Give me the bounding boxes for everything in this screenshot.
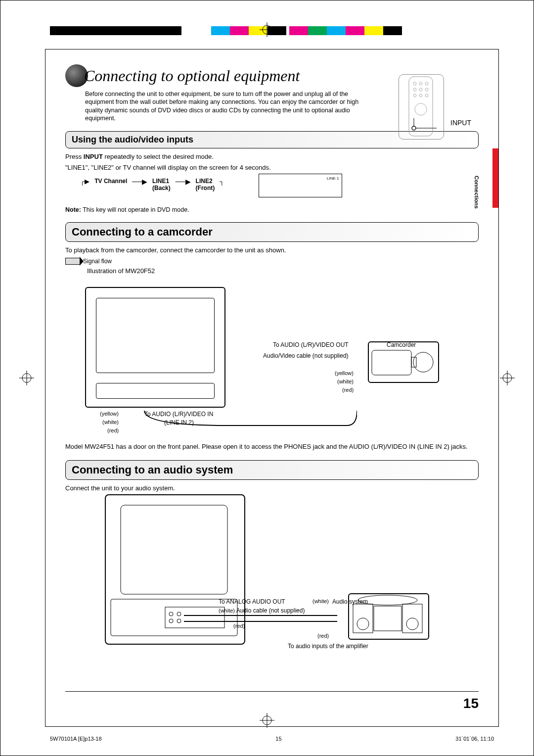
arrow-icon: ──▶ bbox=[132, 178, 147, 185]
section2-intro: To playback from the camcorder, connect … bbox=[65, 246, 479, 255]
osd-preview: LINE 1 bbox=[259, 174, 342, 197]
text: Press bbox=[65, 153, 84, 160]
remote-illustration bbox=[399, 74, 444, 140]
svg-point-14 bbox=[419, 82, 422, 85]
svg-point-19 bbox=[413, 94, 416, 97]
page-number: 15 bbox=[463, 696, 479, 711]
svg-point-21 bbox=[425, 94, 428, 97]
svg-point-32 bbox=[169, 612, 173, 616]
label-white-r: (white) bbox=[312, 598, 329, 604]
svg-rect-29 bbox=[121, 505, 227, 594]
cropmark-icon bbox=[19, 371, 34, 385]
section3-intro: Connect the unit to your audio system. bbox=[65, 484, 479, 493]
label-audio-out: To AUDIO (L/R)/VIDEO OUT bbox=[273, 341, 349, 348]
svg-rect-41 bbox=[374, 606, 401, 631]
footer-right: 31`01`06, 11:10 bbox=[455, 736, 494, 742]
svg-point-38 bbox=[357, 618, 369, 630]
mode-cycle: ┌▶ TV Channel ──▶ LINE1(Back) ──▶ LINE2(… bbox=[80, 178, 224, 191]
svg-rect-26 bbox=[372, 350, 411, 375]
signal-flow-label: Signal flow bbox=[83, 258, 112, 265]
intro-text: Before connecting the unit to other equi… bbox=[85, 90, 362, 122]
cropmark-icon bbox=[500, 371, 515, 385]
svg-point-20 bbox=[419, 94, 422, 97]
cable-line-audio bbox=[179, 611, 347, 640]
note-label: Note: bbox=[65, 206, 81, 213]
label-white: (white) bbox=[102, 419, 119, 425]
note-text: This key will not operate in DVD mode. bbox=[81, 206, 189, 213]
svg-point-17 bbox=[419, 88, 422, 91]
svg-rect-39 bbox=[402, 604, 422, 633]
svg-point-40 bbox=[406, 618, 418, 630]
section-heading-camcorder: Connecting to a camcorder bbox=[65, 222, 479, 242]
print-footer: 5W70101A [E]p13-18 15 31`01`06, 11:10 bbox=[45, 736, 499, 742]
svg-point-18 bbox=[425, 88, 428, 91]
cycle-diagram-row: ┌▶ TV Channel ──▶ LINE1(Back) ──▶ LINE2(… bbox=[65, 174, 479, 197]
label-av-cable: Audio/Video cable (not supplied) bbox=[263, 352, 349, 359]
camcorder-diagram: To AUDIO (L/R)/VIDEO OUT Camcorder Audio… bbox=[65, 277, 479, 440]
print-page: Connections INPUT Connecting to optional… bbox=[0, 0, 534, 756]
section1-line1: Press INPUT repeatedly to select the des… bbox=[65, 152, 479, 161]
svg-point-33 bbox=[169, 619, 173, 623]
cycle-line1: LINE1 bbox=[152, 178, 171, 185]
svg-point-22 bbox=[415, 103, 427, 115]
label-analog-out: To ANALOG AUDIO OUT bbox=[219, 598, 285, 605]
text: repeatedly to select the desired mode. bbox=[103, 153, 214, 160]
arrow-icon: ──▶ bbox=[176, 178, 191, 185]
red-tab-bar bbox=[492, 148, 498, 208]
label-to-amp: To audio inputs of the amplifier bbox=[288, 643, 368, 650]
label-white-r: (white) bbox=[337, 378, 354, 384]
signal-flow-legend: Signal flow bbox=[65, 258, 479, 265]
cycle-line2: LINE2 bbox=[196, 178, 215, 185]
label-yellow-r: (yellow) bbox=[335, 370, 354, 376]
model-note: Model MW24F51 has a door on the front pa… bbox=[65, 442, 479, 451]
label-red-r: (red) bbox=[342, 387, 354, 393]
section1-line2: "LINE1", "LINE2" or TV channel will disp… bbox=[65, 163, 479, 172]
section-heading-audio-system: Connecting to an audio system bbox=[65, 460, 479, 480]
cycle-line2-sub: (Front) bbox=[196, 185, 215, 191]
audio-system-diagram: To ANALOG AUDIO OUT (white) Audio cable … bbox=[65, 494, 479, 662]
svg-point-16 bbox=[413, 88, 416, 91]
osd-text: LINE 1 bbox=[262, 176, 339, 181]
cable-line bbox=[130, 406, 357, 435]
label-camcorder: Camcorder bbox=[387, 341, 416, 348]
illustration-label: Illustration of MW20F52 bbox=[87, 267, 479, 276]
svg-point-13 bbox=[413, 82, 416, 85]
cycle-tv: TV Channel bbox=[94, 178, 127, 185]
svg-point-23 bbox=[412, 126, 416, 130]
registration-strip bbox=[50, 26, 402, 35]
cropmark-icon bbox=[260, 22, 274, 37]
tv-front-illustration bbox=[85, 287, 225, 408]
footer-left: 5W70101A [E]p13-18 bbox=[50, 736, 102, 742]
signal-arrow-icon bbox=[65, 258, 80, 265]
label-yellow: (yellow) bbox=[100, 411, 119, 417]
input-key-name: INPUT bbox=[84, 153, 103, 160]
side-tab-label: Connections bbox=[474, 176, 480, 209]
page-title: Connecting to optional equipment bbox=[84, 67, 300, 85]
content-frame: Connections INPUT Connecting to optional… bbox=[45, 49, 499, 727]
svg-rect-37 bbox=[353, 604, 373, 633]
section1-note: Note: This key will not operate in DVD m… bbox=[65, 206, 479, 213]
input-button-label: INPUT bbox=[450, 119, 471, 127]
svg-point-15 bbox=[425, 82, 428, 85]
cycle-line1-sub: (Back) bbox=[152, 185, 171, 191]
label-red: (red) bbox=[107, 427, 119, 433]
footer-center: 15 bbox=[275, 736, 281, 742]
footer-rule bbox=[65, 691, 479, 692]
label-audio-system: Audio system bbox=[332, 598, 368, 605]
